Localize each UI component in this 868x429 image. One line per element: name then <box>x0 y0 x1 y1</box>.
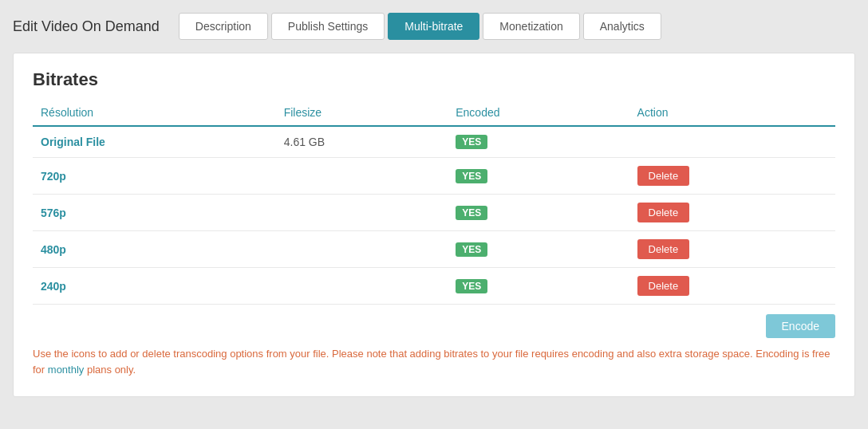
cell-action <box>629 126 835 158</box>
cell-filesize <box>276 268 448 305</box>
cell-encoded: YES <box>448 158 629 195</box>
cell-encoded: YES <box>448 126 629 158</box>
delete-button[interactable]: Delete <box>637 203 690 222</box>
cell-filesize <box>276 195 448 231</box>
tab-bar: Description Publish Settings Multi-bitra… <box>179 13 665 40</box>
cell-encoded: YES <box>448 231 629 268</box>
cell-encoded: YES <box>448 195 629 231</box>
tab-analytics[interactable]: Analytics <box>583 13 661 40</box>
info-text: Use the icons to add or delete transcodi… <box>33 346 835 377</box>
cell-encoded: YES <box>448 268 629 305</box>
tab-publish-settings[interactable]: Publish Settings <box>271 13 385 40</box>
table-row: 576pYESDelete <box>33 195 835 231</box>
delete-button[interactable]: Delete <box>637 276 690 296</box>
yes-badge: YES <box>456 169 487 183</box>
page-title: Edit Video On Demand <box>13 18 160 35</box>
col-header-filesize: Filesize <box>276 100 448 126</box>
cell-filesize: 4.61 GB <box>276 126 448 158</box>
table-row: 480pYESDelete <box>33 231 835 268</box>
cell-resolution: 576p <box>33 195 276 231</box>
cell-action: Delete <box>629 268 835 305</box>
yes-badge: YES <box>456 206 487 220</box>
tab-description[interactable]: Description <box>179 13 268 40</box>
yes-badge: YES <box>456 242 487 257</box>
yes-badge: YES <box>456 279 487 293</box>
table-row: Original File4.61 GBYES <box>33 126 835 158</box>
monthly-link[interactable]: monthly <box>48 364 85 376</box>
table-row: 720pYESDelete <box>33 158 835 195</box>
cell-resolution: 720p <box>33 158 276 195</box>
delete-button[interactable]: Delete <box>637 239 690 259</box>
bitrates-table: Résolution Filesize Encoded Action Origi… <box>33 100 835 305</box>
encode-button[interactable]: Encode <box>766 314 835 338</box>
cell-resolution: Original File <box>33 126 276 158</box>
col-header-encoded: Encoded <box>448 100 629 126</box>
tab-multi-bitrate[interactable]: Multi-bitrate <box>388 13 479 40</box>
content-panel: Bitrates Résolution Filesize Encoded Act… <box>13 53 855 397</box>
col-header-action: Action <box>629 100 835 126</box>
yes-badge: YES <box>456 135 487 149</box>
cell-action: Delete <box>629 195 835 231</box>
cell-action: Delete <box>629 231 835 268</box>
cell-resolution: 240p <box>33 268 276 305</box>
cell-action: Delete <box>629 158 835 195</box>
col-header-resolution: Résolution <box>33 100 276 126</box>
delete-button[interactable]: Delete <box>637 166 690 186</box>
cell-resolution: 480p <box>33 231 276 268</box>
cell-filesize <box>276 158 448 195</box>
section-title: Bitrates <box>33 69 835 90</box>
tab-monetization[interactable]: Monetization <box>483 13 579 40</box>
encode-row: Encode <box>33 314 835 338</box>
cell-filesize <box>276 231 448 268</box>
table-row: 240pYESDelete <box>33 268 835 305</box>
